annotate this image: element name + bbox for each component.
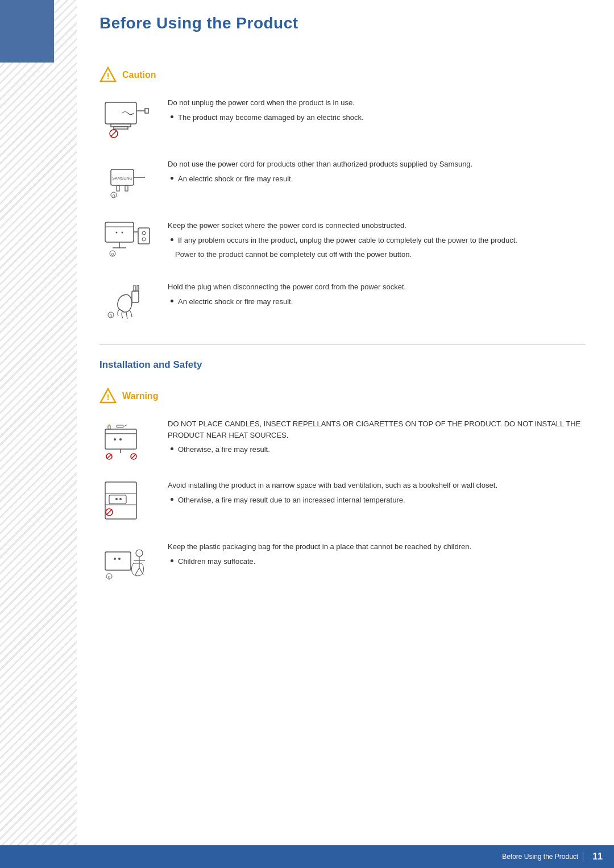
svg-line-55 (106, 509, 112, 515)
svg-text:SAMSUNG: SAMSUNG (112, 176, 132, 180)
svg-point-25 (116, 231, 118, 233)
warning-item-3-main: Keep the plastic packaging bag for the p… (168, 541, 586, 553)
warning-item-2: Avoid installing the product in a narrow… (99, 477, 586, 523)
warning-item-3-text: Keep the plastic packaging bag for the p… (168, 539, 586, 567)
page-header: Before Using the Product (99, 0, 586, 49)
svg-line-62 (135, 568, 139, 575)
warning-image-2 (99, 477, 156, 523)
bullet-dot (171, 559, 173, 562)
svg-point-26 (122, 231, 123, 233)
power-socket-icon: 0 (102, 219, 154, 262)
hold-plug-icon: 0 (102, 281, 154, 323)
svg-rect-6 (145, 109, 148, 113)
caution-image-2: SAMSUNG 0 (99, 156, 156, 202)
warning-item-1-bullet-text: Otherwise, a fire may result. (178, 444, 270, 455)
svg-point-22 (142, 238, 146, 241)
caution-item-4: 0 Hold the plug when disconnecting the p… (99, 279, 586, 325)
page-footer: Before Using the Product 11 (0, 845, 614, 868)
warning-image-1 (99, 416, 156, 462)
caution-item-3-sub: Power to the product cannot be completel… (175, 249, 586, 260)
svg-text:0: 0 (111, 252, 114, 257)
warning-item-1: DO NOT PLACE CANDLES, INSECT REPELLANTS … (99, 416, 586, 462)
caution-item-2-text: Do not use the power cord for products o… (168, 156, 586, 184)
svg-rect-4 (114, 127, 128, 129)
caution-item-2: SAMSUNG 0 Do not use the power cord for … (99, 156, 586, 202)
caution-item-4-bullet: An electric shock or fire may result. (171, 296, 586, 308)
svg-rect-20 (138, 228, 150, 244)
left-decorative-bar (0, 0, 77, 868)
svg-rect-16 (105, 222, 134, 242)
caution-item-3: 0 Keep the power socket where the power … (99, 218, 586, 263)
svg-rect-36 (108, 426, 110, 429)
warning-item-1-text: DO NOT PLACE CANDLES, INSECT REPELLANTS … (168, 416, 586, 455)
caution-icon: ! (99, 67, 117, 84)
caution-item-3-main: Keep the power socket where the power co… (168, 220, 586, 231)
caution-item-3-text: Keep the power socket where the power co… (168, 218, 586, 260)
bullet-dot (171, 177, 173, 180)
svg-rect-29 (137, 285, 139, 291)
fire-hazard-icon (102, 418, 154, 460)
warning-label: Warning (122, 391, 158, 401)
svg-line-44 (131, 454, 136, 459)
warning-item-3: 0 Keep the plastic packaging bag for the… (99, 539, 586, 584)
bullet-dot (171, 498, 173, 501)
bullet-dot (171, 115, 173, 118)
page-content: Before Using the Product ! Caution (77, 0, 614, 634)
left-blue-bar (0, 0, 54, 63)
bullet-dot (171, 447, 173, 450)
svg-rect-28 (134, 285, 135, 291)
footer-divider (583, 852, 583, 862)
svg-point-45 (114, 438, 116, 441)
caution-item-1-text: Do not unplug the power cord when the pr… (168, 95, 586, 123)
page-title: Before Using the Product (99, 14, 586, 32)
caution-item-1-bullet: The product may become damaged by an ele… (171, 112, 586, 123)
footer-page-number: 11 (592, 852, 603, 862)
svg-rect-27 (132, 291, 139, 302)
svg-rect-11 (117, 185, 119, 191)
svg-rect-48 (105, 482, 136, 519)
bookshelf-icon (102, 479, 154, 522)
warning-icon: ! (99, 388, 117, 405)
samsung-adapter-icon: SAMSUNG 0 (102, 158, 154, 201)
warning-item-1-bullet: Otherwise, a fire may result. (171, 444, 586, 455)
svg-point-46 (119, 438, 122, 441)
installation-safety-heading: Installation and Safety (99, 344, 586, 371)
caution-item-4-main: Hold the plug when disconnecting the pow… (168, 281, 586, 293)
warning-item-2-bullet-text: Otherwise, a fire may result due to an i… (178, 495, 405, 506)
caution-item-4-text: Hold the plug when disconnecting the pow… (168, 279, 586, 307)
caution-item-3-bullet-text: If any problem occurs in the product, un… (178, 235, 517, 246)
caution-item-1-main: Do not unplug the power cord when the pr… (168, 97, 586, 109)
caution-item-2-bullet: An electric shock or fire may result. (171, 173, 586, 185)
warning-item-2-main: Avoid installing the product in a narrow… (168, 480, 586, 491)
caution-image-4: 0 (99, 279, 156, 325)
warning-item-1-main: DO NOT PLACE CANDLES, INSECT REPELLANTS … (168, 418, 586, 441)
caution-image-3: 0 (99, 218, 156, 263)
warning-item-2-text: Avoid installing the product in a narrow… (168, 477, 586, 505)
svg-text:!: ! (107, 72, 110, 81)
svg-text:0: 0 (108, 575, 111, 580)
caution-item-2-main: Do not use the power cord for products o… (168, 159, 586, 170)
svg-point-57 (114, 558, 116, 560)
svg-point-53 (119, 498, 122, 500)
warning-item-3-bullet: Children may suffocate. (171, 556, 586, 567)
footer-label: Before Using the Product (502, 853, 578, 861)
plastic-bag-icon: 0 (102, 541, 154, 583)
caution-item-3-bullet: If any problem occurs in the product, un… (171, 235, 586, 246)
svg-text:0: 0 (113, 193, 115, 198)
bullet-dot (171, 238, 173, 241)
svg-rect-51 (109, 495, 126, 504)
svg-rect-12 (125, 185, 128, 191)
svg-rect-2 (105, 102, 136, 124)
svg-text:0: 0 (110, 313, 113, 318)
svg-point-52 (115, 498, 118, 500)
warning-item-3-bullet-text: Children may suffocate. (178, 556, 255, 567)
svg-line-39 (124, 425, 127, 426)
svg-point-21 (142, 231, 146, 235)
warning-image-3: 0 (99, 539, 156, 584)
warning-section-header: ! Warning (99, 388, 586, 405)
warning-item-2-bullet: Otherwise, a fire may result due to an i… (171, 495, 586, 506)
caution-section-header: ! Caution (99, 67, 586, 84)
caution-item-1: Do not unplug the power cord when the pr… (99, 95, 586, 140)
svg-point-58 (118, 558, 121, 560)
svg-line-8 (111, 131, 117, 136)
